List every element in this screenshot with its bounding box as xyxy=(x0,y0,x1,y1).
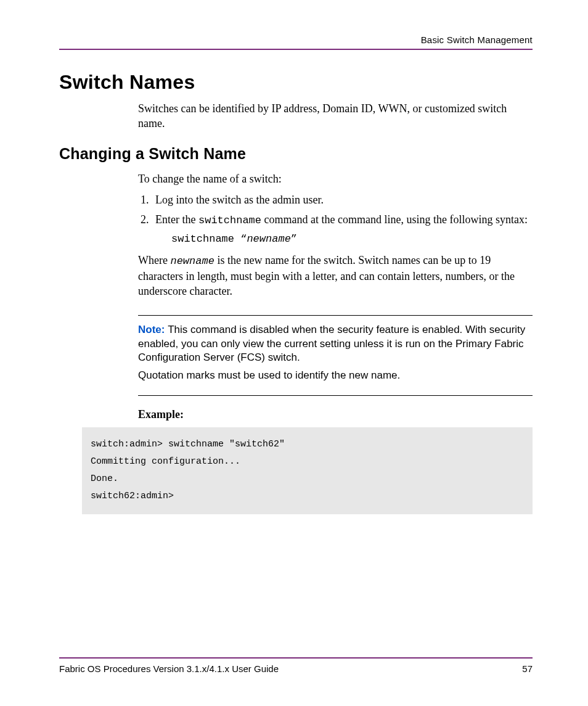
footer-page-number: 57 xyxy=(522,663,533,674)
header-rule xyxy=(59,49,533,50)
syntax-arg: newname xyxy=(247,233,290,245)
example-label: Example: xyxy=(138,408,533,421)
intro-paragraph: Switches can be identified by IP address… xyxy=(138,101,533,131)
heading-switch-names: Switch Names xyxy=(59,71,533,94)
syntax-quote-close: ” xyxy=(291,233,297,245)
footer-left: Fabric OS Procedures Version 3.1.x/4.1.x… xyxy=(59,663,279,674)
running-header: Basic Switch Management xyxy=(59,35,533,45)
steps-list: Log into the switch as the admin user. E… xyxy=(138,192,533,247)
note-line2: Quotation marks must be used to identify… xyxy=(138,369,533,383)
note-block: Note: This command is disabled when the … xyxy=(138,315,533,396)
step-2-cmd: switchname xyxy=(198,215,261,226)
step-2-post: command at the command line, using the f… xyxy=(261,213,528,226)
step-2-pre: Enter the xyxy=(155,213,198,226)
syntax-cmd: switchname xyxy=(171,233,240,245)
syntax-line: switchname “newname” xyxy=(171,232,533,247)
where-arg: newname xyxy=(170,255,214,267)
page-footer: Fabric OS Procedures Version 3.1.x/4.1.x… xyxy=(59,657,533,674)
syntax-quote-open: “ xyxy=(240,233,247,245)
note-line1: This command is disabled when the securi… xyxy=(138,324,525,364)
where-paragraph: Where newname is the new name for the sw… xyxy=(138,253,533,299)
note-label: Note: xyxy=(138,324,168,335)
code-example: switch:admin> switchname "switch62" Comm… xyxy=(82,427,533,514)
step-1: Log into the switch as the admin user. xyxy=(152,192,533,207)
where-pre: Where xyxy=(138,254,170,266)
step-2: Enter the switchname command at the comm… xyxy=(152,212,533,247)
heading-changing-name: Changing a Switch Name xyxy=(59,145,533,163)
lead-paragraph: To change the name of a switch: xyxy=(138,171,533,186)
